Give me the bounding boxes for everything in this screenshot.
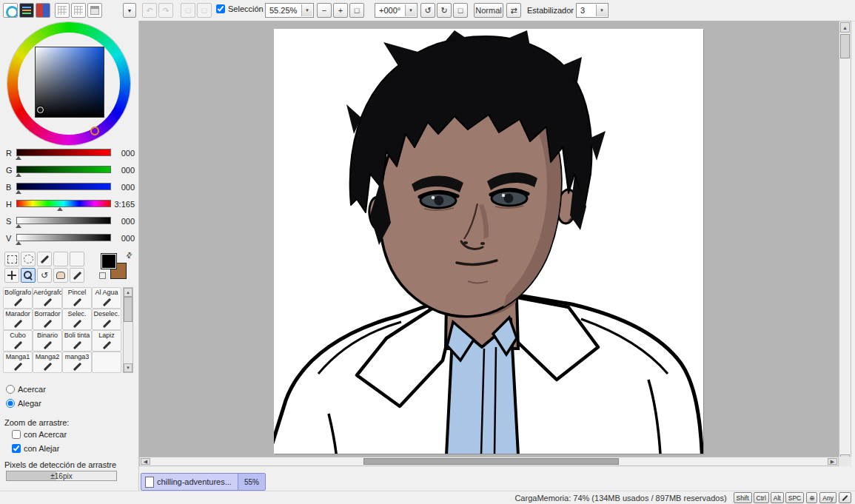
seleccion-checkbox[interactable]	[216, 4, 225, 13]
horizontal-scroll-thumb[interactable]	[363, 458, 619, 465]
tool-aer-grafo[interactable]: Aerógrafo	[33, 287, 62, 309]
saturation-value-square[interactable]	[35, 47, 104, 118]
lasso-tool[interactable]	[21, 252, 36, 266]
tool-cubo[interactable]: Cubo	[3, 330, 33, 352]
zoom-tool-selected[interactable]	[21, 268, 36, 283]
tool-lapiz[interactable]: Lapiz	[92, 330, 121, 352]
slider-track-B[interactable]	[16, 183, 111, 190]
slider-track-V[interactable]	[16, 234, 111, 241]
rotate-cw-button[interactable]: ↻	[437, 3, 452, 18]
eyedropper-tool[interactable]	[70, 268, 84, 283]
foreground-color-swatch[interactable]	[101, 253, 117, 269]
horizontal-scrollbar[interactable]: ◀ ▶	[139, 457, 839, 466]
slider-marker[interactable]	[16, 190, 21, 194]
canvas[interactable]	[274, 29, 703, 454]
key-indicator-shift: Shift	[734, 492, 752, 503]
scroll-left-button[interactable]: ◀	[141, 458, 150, 465]
sv-marker[interactable]	[37, 107, 44, 113]
invert-selection-button[interactable]: □	[197, 3, 212, 18]
scroll-down-button[interactable]: ▼	[124, 363, 133, 372]
slider-marker[interactable]	[16, 156, 21, 160]
rotation-field[interactable]: +000° ▼	[375, 3, 418, 18]
rgb-panel-icon[interactable]	[19, 3, 34, 18]
tool-manga2[interactable]: Manga2	[33, 352, 62, 373]
scratchpad-panel-icon[interactable]	[87, 3, 102, 18]
move-tool[interactable]	[4, 268, 19, 283]
slider-track-G[interactable]	[16, 166, 111, 173]
transparent-color-toggle[interactable]	[99, 272, 106, 279]
con-acercar-checkbox[interactable]	[12, 430, 21, 439]
hand-tool[interactable]	[53, 268, 68, 283]
empty-tool-slot[interactable]	[53, 252, 68, 266]
tool-marador[interactable]: Marador	[3, 309, 33, 330]
document-tab[interactable]: chilling-adventures... 55%	[141, 473, 266, 491]
tool-boli-tinta[interactable]: Boli tinta	[62, 330, 92, 352]
zoom-out-radio-row[interactable]: Alegar	[6, 399, 41, 408]
tool-label: Cubo	[4, 332, 32, 339]
canvas-workspace[interactable]	[139, 21, 839, 457]
rect-select-tool[interactable]	[4, 252, 19, 266]
tool-pincel[interactable]: Pincel	[62, 287, 92, 309]
color-wheel[interactable]	[7, 22, 130, 145]
vertical-scroll-thumb[interactable]	[840, 34, 850, 58]
con-alejar-checkbox[interactable]	[12, 444, 21, 453]
swatch-grid-icon[interactable]	[55, 3, 70, 18]
zoom-in-button[interactable]: +	[333, 3, 348, 18]
swap-colors-icon[interactable]: ⇄	[124, 250, 134, 261]
color-wheel-panel-icon[interactable]	[3, 3, 18, 18]
hue-marker[interactable]	[90, 127, 99, 135]
acercar-radio[interactable]	[6, 385, 15, 394]
slider-marker[interactable]	[16, 224, 21, 228]
redo-button[interactable]: ↷	[158, 3, 173, 18]
custom-palette-icon[interactable]	[71, 3, 86, 18]
slider-marker[interactable]	[16, 173, 21, 177]
mixer-panel-icon[interactable]	[36, 3, 50, 18]
tool-empty-slot[interactable]	[92, 352, 121, 373]
slider-marker[interactable]	[57, 207, 63, 211]
slider-marker[interactable]	[16, 241, 21, 245]
vertical-scrollbar[interactable]: ▲ ▼	[839, 21, 851, 466]
tool-al-agua[interactable]: Al Agua	[92, 287, 121, 309]
rotate-ccw-button[interactable]: ↺	[420, 3, 435, 18]
rotation-reset-button[interactable]: □	[453, 3, 468, 18]
slider-value: 000	[121, 166, 135, 175]
magic-wand-tool[interactable]	[37, 252, 52, 266]
tool-borrador[interactable]: Borrador	[33, 309, 62, 330]
slider-track-R[interactable]	[16, 149, 111, 156]
tool-bol-grafo[interactable]: Bolígrafo	[3, 287, 33, 309]
scroll-up-button[interactable]: ▲	[840, 22, 850, 33]
slider-track-S[interactable]	[16, 217, 111, 224]
drag-detect-value: ±16pix	[50, 472, 72, 480]
drag-zoom-in-row[interactable]: con Acercar	[12, 430, 67, 439]
tool-selec-[interactable]: Selec.	[62, 309, 92, 330]
tool-manga1[interactable]: Manga1	[3, 352, 33, 373]
flip-horizontal-button[interactable]: ⇄	[506, 3, 521, 18]
seleccion-toggle[interactable]: Selección	[216, 4, 264, 13]
rotate-view-tool[interactable]: ↺	[37, 268, 52, 283]
undo-button[interactable]: ↶	[142, 3, 157, 18]
drag-detect-slider[interactable]: ±16pix	[6, 471, 117, 481]
slider-track-H[interactable]	[16, 200, 111, 207]
tool-grid-scrollbar[interactable]: ▲ ▼	[123, 287, 133, 373]
alegar-radio[interactable]	[6, 399, 15, 408]
zoom-reset-button[interactable]: □	[349, 3, 364, 18]
tool-deselec-[interactable]: Deselec.	[92, 309, 121, 330]
zoom-level-field[interactable]: 55.25% ▼	[265, 3, 314, 18]
zoom-in-radio-row[interactable]: Acercar	[6, 385, 46, 394]
chevron-down-icon[interactable]: ▼	[405, 4, 416, 16]
deselect-button[interactable]: □	[181, 3, 195, 18]
view-mode-button[interactable]: Normal	[474, 3, 503, 18]
scroll-up-button[interactable]: ▲	[124, 288, 133, 297]
chevron-down-icon[interactable]: ▼	[301, 4, 312, 16]
panel-dropdown-button[interactable]: ▼	[123, 3, 136, 18]
scroll-right-button[interactable]: ▶	[828, 458, 837, 465]
drag-zoom-out-row[interactable]: con Alejar	[12, 444, 59, 453]
estabilizador-dropdown[interactable]: 3 ▼	[576, 3, 608, 18]
zoom-out-button[interactable]: −	[317, 3, 332, 18]
key-indicator-alt: Alt	[771, 492, 784, 503]
scroll-thumb[interactable]	[124, 297, 133, 322]
chevron-down-icon[interactable]: ▼	[596, 4, 607, 16]
tool-manga3[interactable]: manga3	[62, 352, 92, 373]
empty-tool-slot[interactable]	[70, 252, 84, 266]
tool-binario[interactable]: Binario	[33, 330, 62, 352]
